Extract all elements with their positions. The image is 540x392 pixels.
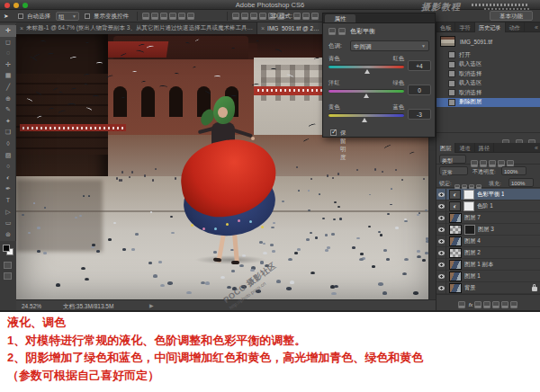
tool-clone-stamp[interactable]: ✦ xyxy=(0,116,16,128)
tool-gradient[interactable]: ▨ xyxy=(0,150,16,162)
tab-close-icon[interactable]: × xyxy=(20,25,23,31)
slider-value[interactable]: +4 xyxy=(408,60,431,71)
toolbar-mini-icon[interactable] xyxy=(160,13,167,20)
tool-marquee[interactable]: ◻ xyxy=(0,37,16,49)
layer-row[interactable]: 图层 3 xyxy=(436,224,540,236)
tab-路径[interactable]: 路径 xyxy=(475,143,494,153)
new-group-icon[interactable] xyxy=(492,301,500,308)
tool-brush[interactable]: ✎ xyxy=(0,104,16,116)
history-item[interactable]: 删除图层 xyxy=(436,98,540,108)
tab-历史记录[interactable]: 历史记录 xyxy=(475,22,506,32)
show-transform-checkbox[interactable] xyxy=(85,13,90,19)
layer-visibility-toggle[interactable] xyxy=(436,259,446,271)
toolbar-mini-icon[interactable] xyxy=(151,13,158,20)
new-layer-icon[interactable] xyxy=(501,301,508,308)
tab-通道[interactable]: 通道 xyxy=(455,143,474,153)
history-item[interactable]: 打开 xyxy=(436,50,540,60)
tool-move[interactable]: ✛ xyxy=(0,25,16,37)
blend-mode-dropdown[interactable]: 正常 xyxy=(439,166,468,175)
slider-track[interactable] xyxy=(328,113,404,117)
collapse-icon[interactable]: « xyxy=(535,22,540,31)
layer-filter-dropdown[interactable]: 类型 xyxy=(439,155,466,164)
slider-thumb[interactable] xyxy=(364,94,369,98)
zoom-level[interactable]: 24.52% xyxy=(22,303,41,309)
layer-visibility-toggle[interactable] xyxy=(436,224,446,236)
toolbar-mini-icon[interactable] xyxy=(187,13,194,20)
toolbar-mini-icon[interactable] xyxy=(302,13,310,20)
new-adjustment-layer-icon[interactable] xyxy=(483,301,490,308)
add-mask-icon[interactable] xyxy=(474,301,482,308)
toolbar-mini-icon[interactable] xyxy=(250,13,257,20)
opacity-dropdown[interactable]: 100% xyxy=(501,166,526,175)
layer-visibility-toggle[interactable] xyxy=(436,200,446,212)
tab-动作[interactable]: 动作 xyxy=(506,22,525,32)
slider-value[interactable]: 0 xyxy=(408,85,431,95)
toolbar-mini-icon[interactable] xyxy=(311,13,319,20)
tool-eraser[interactable]: ◊ xyxy=(0,138,16,150)
tool-dodge[interactable]: ◐ xyxy=(0,173,16,184)
tool-hand[interactable]: ⊛ xyxy=(0,229,16,241)
layer-row[interactable]: 图层 4 xyxy=(436,236,540,247)
tool-quick-selection[interactable]: ✢ xyxy=(0,59,16,71)
layer-visibility-toggle[interactable] xyxy=(436,271,446,282)
layer-row[interactable]: ◐色彩平衡 1 xyxy=(436,189,540,200)
toolbar-mini-icon[interactable] xyxy=(259,13,266,20)
layer-row[interactable]: 图层 2 xyxy=(436,247,540,259)
layer-row[interactable]: 图层 7 xyxy=(436,212,540,224)
layer-visibility-toggle[interactable] xyxy=(436,247,446,259)
layer-visibility-toggle[interactable] xyxy=(436,212,446,224)
tool-blur[interactable]: ○ xyxy=(0,161,16,173)
delete-layer-icon[interactable] xyxy=(510,301,518,308)
slider-track[interactable] xyxy=(328,65,404,68)
layer-row[interactable]: ◐色阶 1 xyxy=(436,200,540,212)
tab-色板[interactable]: 色板 xyxy=(436,22,455,32)
tab-close-icon[interactable]: × xyxy=(261,25,265,31)
mask-icon[interactable] xyxy=(338,28,346,35)
tab-图层[interactable]: 图层 xyxy=(436,143,455,153)
slider-thumb[interactable] xyxy=(364,69,370,74)
slider-thumb[interactable] xyxy=(362,118,367,122)
collapse-icon[interactable]: « xyxy=(535,143,540,152)
doc-tab-0[interactable]: ×未标题-1 @ 64.7% (抠出人物背景副本 3、从其它图片通过快速选择工具… xyxy=(16,22,257,34)
foreground-color-swatch[interactable] xyxy=(3,245,10,252)
fill-dropdown[interactable]: 100% xyxy=(508,178,534,187)
tab-字符[interactable]: 字符 xyxy=(455,22,474,32)
auto-select-target-dropdown[interactable]: 组▼ xyxy=(56,12,79,21)
history-item[interactable]: 载入选区 xyxy=(436,60,540,70)
toolbar-mini-icon[interactable] xyxy=(293,13,301,20)
toolbar-mini-icon[interactable] xyxy=(241,13,248,20)
preserve-luminosity-checkbox[interactable]: ✓ xyxy=(330,129,337,136)
tool-healing-brush[interactable]: ⊕ xyxy=(0,94,16,105)
layer-visibility-toggle[interactable] xyxy=(436,282,446,294)
layer-style-fx-icon[interactable]: fx xyxy=(469,302,473,307)
quick-mask-button[interactable] xyxy=(4,262,12,269)
layer-visibility-toggle[interactable] xyxy=(436,189,446,200)
tool-pen[interactable]: ✒ xyxy=(0,183,16,195)
toolbar-mini-icon[interactable] xyxy=(169,13,176,20)
tool-lasso[interactable]: ◌ xyxy=(0,48,16,59)
tool-path-selection[interactable]: ▷ xyxy=(0,207,16,218)
status-menu-arrow-icon[interactable]: ▶ xyxy=(149,302,154,308)
tool-type[interactable]: T xyxy=(0,195,16,207)
tool-history-brush[interactable]: ❏ xyxy=(0,127,16,138)
doc-tab-1[interactable]: ×IMG_5091.tif @ 2… xyxy=(257,22,324,34)
history-item[interactable]: 取消选择 xyxy=(436,69,540,79)
tool-eyedropper[interactable]: ╱ xyxy=(0,82,16,94)
tone-dropdown[interactable]: 中间调▼ xyxy=(350,40,429,51)
link-layers-icon[interactable] xyxy=(458,301,465,308)
layer-visibility-toggle[interactable] xyxy=(436,236,446,247)
toolbar-mini-icon[interactable] xyxy=(232,13,239,20)
toolbar-mini-icon[interactable] xyxy=(178,13,185,20)
layer-row[interactable]: 图层 1 副本 xyxy=(436,259,540,271)
layer-row[interactable]: 图层 1 xyxy=(436,271,540,282)
auto-select-checkbox[interactable] xyxy=(18,13,23,19)
layer-row[interactable]: 背景 xyxy=(436,282,540,294)
slider-value[interactable]: -3 xyxy=(408,109,431,120)
slider-track[interactable] xyxy=(328,89,404,93)
history-item[interactable]: 载入选区 xyxy=(436,79,540,89)
color-swatches[interactable] xyxy=(3,245,14,256)
tool-crop[interactable]: ▦ xyxy=(0,70,16,82)
screen-mode-button[interactable] xyxy=(4,272,12,280)
toolbar-mini-icon[interactable] xyxy=(142,13,149,20)
tool-shape[interactable]: ▭ xyxy=(0,218,16,229)
